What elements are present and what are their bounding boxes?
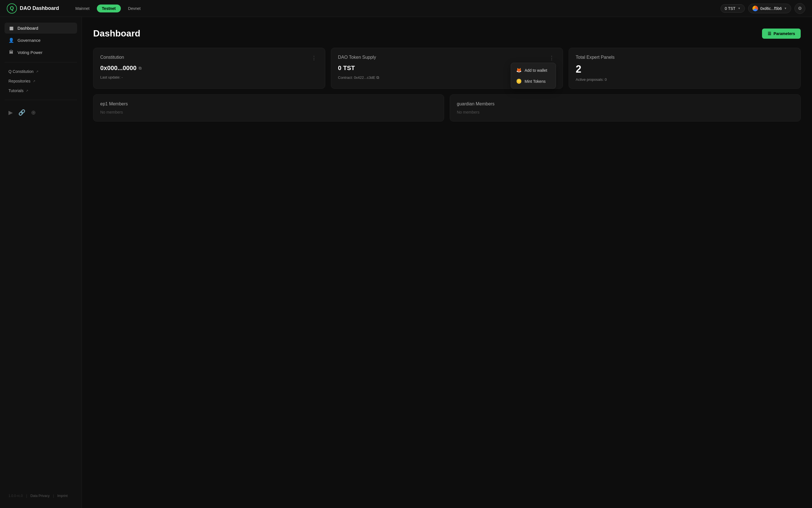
sidebar-item-dashboard[interactable]: ▦ Dashboard bbox=[4, 23, 77, 34]
sidebar: ▦ Dashboard 👤 Governance 🏛 Voting Power … bbox=[0, 17, 82, 508]
sidebar-footer: 1.0.0-rc.0 | Data Privacy | Imprint bbox=[0, 489, 82, 502]
external-link-icon-tutorials: ↗ bbox=[26, 89, 28, 93]
dao-token-menu-button[interactable]: ⋮ bbox=[547, 55, 556, 61]
expert-panels-card: Total Expert Panels 2 Active proposals: … bbox=[569, 48, 801, 89]
cards-top-row: Constitution ⋮ 0x000...0000 ⧉ Last updat… bbox=[93, 48, 801, 89]
content-header: Dashboard ☰ Parameters bbox=[93, 28, 801, 39]
sidebar-item-governance[interactable]: 👤 Governance bbox=[4, 35, 77, 46]
expert-panels-proposals: Active proposals: 0 bbox=[576, 77, 794, 82]
add-to-wallet-item[interactable]: 🦊 Add to wallet bbox=[513, 65, 554, 76]
mint-tokens-icon: 🪙 bbox=[516, 79, 522, 84]
wallet-badge[interactable]: 0xd6c...f5b6 ▼ bbox=[748, 4, 791, 13]
wallet-chevron-icon: ▼ bbox=[784, 7, 787, 10]
version-label: 1.0.0-rc.0 bbox=[8, 494, 23, 498]
external-link-icon-repositories: ↗ bbox=[33, 79, 35, 83]
dao-token-card: DAO Token Supply ⋮ 0 TST Contract: 0x422… bbox=[331, 48, 563, 89]
sidebar-bottom-icons: ▶ 🔗 ⊕ bbox=[0, 104, 82, 120]
sidebar-links: Q Constitution ↗ Repositories ↗ Tutorial… bbox=[0, 67, 82, 95]
guardian-card-title: guardian Members bbox=[457, 101, 494, 107]
expert-panels-count: 2 bbox=[576, 63, 794, 75]
ep1-card-header: ep1 Members bbox=[100, 101, 437, 107]
sidebar-link-tutorials[interactable]: Tutorials ↗ bbox=[4, 86, 77, 95]
dao-token-card-header: DAO Token Supply ⋮ bbox=[338, 55, 556, 61]
sidebar-label-governance: Governance bbox=[17, 38, 41, 43]
constitution-meta-label: Last update: bbox=[100, 75, 121, 79]
constitution-card-title: Constitution bbox=[100, 55, 124, 60]
sidebar-link-repositories[interactable]: Repositories ↗ bbox=[4, 77, 77, 86]
constitution-card-header: Constitution ⋮ bbox=[100, 55, 318, 61]
topbar-right: 0 TST ▼ 0xd6c...f5b6 ▼ ⚙ bbox=[720, 3, 805, 14]
sidebar-nav: ▦ Dashboard 👤 Governance 🏛 Voting Power bbox=[0, 23, 82, 58]
tst-balance-badge[interactable]: 0 TST ▼ bbox=[720, 4, 745, 13]
voting-power-icon: 🏛 bbox=[8, 50, 14, 55]
cards-bottom-row: ep1 Members No members guardian Members … bbox=[93, 94, 801, 122]
constitution-address: 0x000...0000 bbox=[100, 65, 136, 72]
active-proposals-label: Active proposals: bbox=[576, 77, 604, 82]
expert-panels-card-header: Total Expert Panels bbox=[576, 55, 794, 60]
governance-icon: 👤 bbox=[8, 38, 14, 43]
sidebar-divider bbox=[4, 62, 77, 62]
logo-area: Q DAO Dashboard bbox=[7, 3, 59, 13]
topbar: Q DAO Dashboard Mainnet Testnet Devnet 0… bbox=[0, 0, 812, 17]
play-icon[interactable]: ▶ bbox=[8, 109, 13, 116]
dao-token-dropdown-menu: 🦊 Add to wallet 🪙 Mint Tokens bbox=[511, 63, 556, 89]
mainnet-tab[interactable]: Mainnet bbox=[70, 4, 95, 12]
mint-tokens-label: Mint Tokens bbox=[525, 79, 545, 84]
constitution-menu-button[interactable]: ⋮ bbox=[310, 55, 318, 61]
expert-panels-card-title: Total Expert Panels bbox=[576, 55, 615, 60]
constitution-card: Constitution ⋮ 0x000...0000 ⧉ Last updat… bbox=[93, 48, 325, 89]
sidebar-link-q-constitution[interactable]: Q Constitution ↗ bbox=[4, 67, 77, 76]
sidebar-label-voting-power: Voting Power bbox=[17, 50, 42, 55]
external-link-icon-constitution: ↗ bbox=[36, 70, 38, 74]
settings-icon: ⚙ bbox=[798, 6, 802, 11]
mint-tokens-item[interactable]: 🪙 Mint Tokens bbox=[513, 76, 554, 87]
main-layout: ▦ Dashboard 👤 Governance 🏛 Voting Power … bbox=[0, 17, 812, 508]
footer-sep-1: | bbox=[26, 494, 27, 498]
tutorials-label: Tutorials bbox=[8, 88, 23, 93]
tst-balance-value: 0 TST bbox=[725, 6, 735, 11]
guardian-members-card: guardian Members No members bbox=[450, 94, 801, 122]
add-to-wallet-label: Add to wallet bbox=[525, 68, 547, 73]
dao-token-contract-copy-icon[interactable]: ⧉ bbox=[376, 75, 379, 80]
testnet-tab[interactable]: Testnet bbox=[97, 4, 121, 12]
parameters-icon: ☰ bbox=[768, 31, 771, 36]
imprint-link[interactable]: Imprint bbox=[57, 494, 68, 498]
guardian-no-members: No members bbox=[457, 110, 794, 115]
ep1-no-members: No members bbox=[100, 110, 437, 115]
plus-icon[interactable]: ⊕ bbox=[31, 109, 36, 116]
tst-chevron-icon: ▼ bbox=[738, 7, 741, 10]
repositories-label: Repositories bbox=[8, 79, 31, 83]
app-title: DAO Dashboard bbox=[20, 5, 59, 11]
wallet-address: 0xd6c...f5b6 bbox=[760, 6, 782, 11]
dashboard-icon: ▦ bbox=[8, 26, 14, 31]
link-icon[interactable]: 🔗 bbox=[18, 109, 26, 116]
constitution-copy-icon[interactable]: ⧉ bbox=[139, 66, 141, 71]
settings-button[interactable]: ⚙ bbox=[795, 3, 805, 14]
ep1-card-title: ep1 Members bbox=[100, 101, 128, 107]
active-proposals-value: 0 bbox=[605, 77, 607, 82]
dao-token-amount: 0 TST bbox=[338, 65, 355, 72]
data-privacy-link[interactable]: Data Privacy bbox=[31, 494, 50, 498]
network-tabs: Mainnet Testnet Devnet bbox=[70, 4, 146, 12]
logo-icon: Q bbox=[7, 3, 17, 13]
sidebar-item-voting-power[interactable]: 🏛 Voting Power bbox=[4, 47, 77, 58]
parameters-label: Parameters bbox=[774, 31, 795, 36]
constitution-card-meta: Last update: - bbox=[100, 75, 318, 79]
page-title: Dashboard bbox=[93, 28, 140, 39]
dao-token-contract-label: Contract: bbox=[338, 76, 353, 80]
dao-token-contract-value: 0x422...c3dE bbox=[354, 76, 375, 80]
sidebar-divider-2 bbox=[4, 100, 77, 100]
constitution-card-value: 0x000...0000 ⧉ bbox=[100, 65, 318, 72]
ep1-members-card: ep1 Members No members bbox=[93, 94, 444, 122]
parameters-button[interactable]: ☰ Parameters bbox=[762, 29, 801, 39]
devnet-tab[interactable]: Devnet bbox=[123, 4, 146, 12]
content-area: Dashboard ☰ Parameters Constitution ⋮ 0x… bbox=[82, 17, 812, 508]
constitution-meta-value: - bbox=[122, 75, 123, 79]
sidebar-label-dashboard: Dashboard bbox=[17, 26, 38, 31]
footer-sep-2: | bbox=[53, 494, 54, 498]
add-to-wallet-icon: 🦊 bbox=[516, 68, 522, 73]
guardian-card-header: guardian Members bbox=[457, 101, 794, 107]
q-constitution-label: Q Constitution bbox=[8, 69, 34, 74]
wallet-avatar-icon bbox=[753, 6, 758, 11]
dao-token-card-title: DAO Token Supply bbox=[338, 55, 376, 60]
